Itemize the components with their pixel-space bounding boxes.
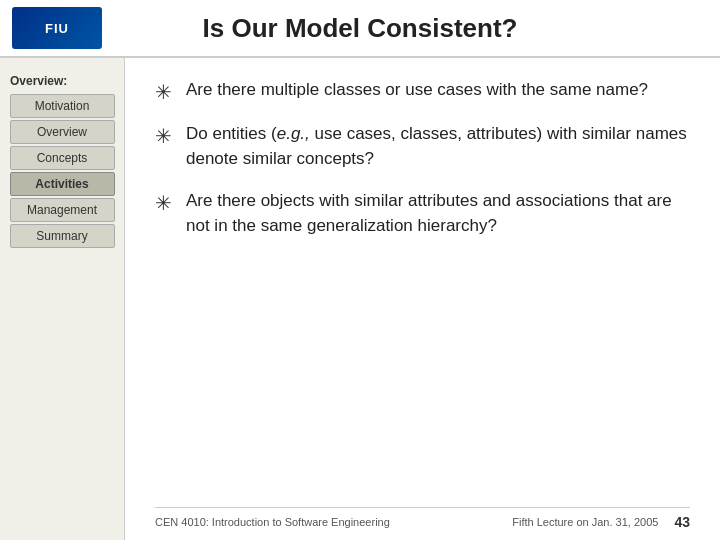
content-area: ✳ Are there multiple classes or use case… xyxy=(125,58,720,540)
bullet-star-2: ✳ xyxy=(155,124,172,148)
bullet-section-1: ✳ Are there multiple classes or use case… xyxy=(155,78,690,104)
bullet-section-2: ✳ Do entities (e.g., use cases, classes,… xyxy=(155,122,690,171)
header: FIU Is Our Model Consistent? xyxy=(0,0,720,58)
logo-area: FIU xyxy=(12,7,102,49)
sidebar-item-concepts[interactable]: Concepts xyxy=(10,146,115,170)
bullet-text-3: Are there objects with similar attribute… xyxy=(186,189,690,238)
sidebar-item-overview[interactable]: Overview xyxy=(10,120,115,144)
logo-text: FIU xyxy=(45,21,69,36)
footer-date-label: Fifth Lecture on Jan. 31, 2005 xyxy=(512,516,658,528)
sidebar-item-management[interactable]: Management xyxy=(10,198,115,222)
footer-course-label: CEN 4010: Introduction to Software Engin… xyxy=(155,516,390,528)
sidebar: Overview: Motivation Overview Concepts A… xyxy=(0,58,125,540)
sidebar-item-activities[interactable]: Activities xyxy=(10,172,115,196)
sidebar-overview-label: Overview: xyxy=(0,68,124,92)
bullet-text-1: Are there multiple classes or use cases … xyxy=(186,78,648,103)
bullet-section-3: ✳ Are there objects with similar attribu… xyxy=(155,189,690,238)
footer-page-number: 43 xyxy=(674,514,690,530)
bullet-star-3: ✳ xyxy=(155,191,172,215)
sidebar-item-summary[interactable]: Summary xyxy=(10,224,115,248)
sidebar-item-motivation[interactable]: Motivation xyxy=(10,94,115,118)
main-layout: Overview: Motivation Overview Concepts A… xyxy=(0,58,720,540)
bullets-container: ✳ Are there multiple classes or use case… xyxy=(155,78,690,257)
footer: CEN 4010: Introduction to Software Engin… xyxy=(155,507,690,530)
bullet-text-2: Do entities (e.g., use cases, classes, a… xyxy=(186,122,690,171)
page-title: Is Our Model Consistent? xyxy=(203,13,518,44)
footer-right-group: Fifth Lecture on Jan. 31, 2005 43 xyxy=(512,514,690,530)
bullet-star-1: ✳ xyxy=(155,80,172,104)
fiu-logo: FIU xyxy=(12,7,102,49)
